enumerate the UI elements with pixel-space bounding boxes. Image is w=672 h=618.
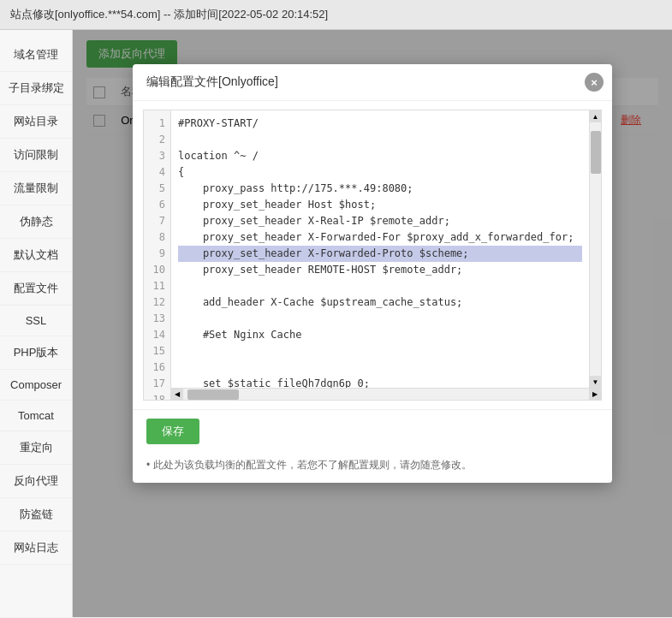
save-button[interactable]: 保存	[146, 419, 199, 444]
code-line	[178, 311, 582, 327]
title-bar: 站点修改[onlyoffice.***54.com] -- 添加时间[2022-…	[0, 0, 672, 30]
sidebar-item-10[interactable]: Composer	[0, 370, 72, 401]
code-line: {	[178, 164, 582, 181]
scroll-left-arrow[interactable]: ◀	[171, 389, 183, 401]
sidebar-item-2[interactable]: 网站目录	[0, 105, 72, 139]
hscroll-thumb[interactable]	[187, 389, 239, 400]
code-line: #PROXY-START/	[178, 116, 582, 132]
code-outer: #PROXY-START/ location ^~ /{ proxy_pass …	[171, 110, 601, 400]
code-line: set $static_fileQh7dgn6p 0;	[178, 376, 582, 388]
sidebar: 域名管理子目录绑定网站目录访问限制流量限制伪静态默认文档配置文件SSLPHP版本…	[0, 30, 73, 617]
modal-note: 此处为该负载均衡的配置文件，若您不了解配置规则，请勿随意修改。	[133, 451, 612, 483]
scroll-track	[590, 122, 601, 376]
sidebar-item-13[interactable]: 反向代理	[0, 465, 72, 498]
edit-config-modal: 编辑配置文件[Onlyoffice] × 1234567891011121314…	[133, 64, 612, 483]
code-line: proxy_set_header Host $host;	[178, 197, 582, 213]
line-number: 3	[144, 148, 170, 164]
line-number: 4	[144, 164, 170, 181]
sidebar-item-3[interactable]: 访问限制	[0, 139, 72, 172]
code-line	[178, 278, 582, 294]
modal-title: 编辑配置文件[Onlyoffice]	[146, 74, 278, 88]
sidebar-item-12[interactable]: 重定向	[0, 431, 72, 465]
main-content: 添加反向代理 名称 代理目录 目标url 缓存 状态 操作 Onlyoffice…	[73, 30, 672, 617]
sidebar-item-5[interactable]: 伪静态	[0, 205, 72, 239]
code-line: add_header X-Cache $upstream_cache_statu…	[178, 294, 582, 311]
code-line: proxy_set_header X-Forwarded-For $proxy_…	[178, 229, 582, 246]
line-number: 8	[144, 229, 170, 246]
main-layout: 域名管理子目录绑定网站目录访问限制流量限制伪静态默认文档配置文件SSLPHP版本…	[0, 30, 672, 617]
line-number: 15	[144, 343, 170, 360]
modal-overlay: 编辑配置文件[Onlyoffice] × 1234567891011121314…	[73, 30, 672, 617]
line-number: 6	[144, 197, 170, 213]
hscroll-track	[183, 389, 589, 400]
code-line: #Set Nginx Cache	[178, 327, 582, 343]
sidebar-item-11[interactable]: Tomcat	[0, 401, 72, 431]
line-number: 17	[144, 376, 170, 392]
code-line: proxy_set_header X-Forwarded-Proto $sche…	[178, 246, 582, 262]
line-number: 10	[144, 262, 170, 278]
line-number: 2	[144, 132, 170, 148]
sidebar-item-15[interactable]: 网站日志	[0, 532, 72, 565]
code-line	[178, 360, 582, 376]
sidebar-item-0[interactable]: 域名管理	[0, 39, 72, 72]
code-line: location ^~ /	[178, 148, 582, 164]
line-number: 11	[144, 278, 170, 294]
code-inner: #PROXY-START/ location ^~ /{ proxy_pass …	[171, 110, 601, 388]
line-number: 12	[144, 294, 170, 311]
modal-close-button[interactable]: ×	[585, 73, 604, 92]
scroll-down-arrow[interactable]: ▼	[590, 376, 601, 388]
code-line	[178, 132, 582, 148]
code-line: proxy_pass http://175.***.49:8080;	[178, 181, 582, 197]
line-number: 18	[144, 392, 170, 400]
scroll-right-arrow[interactable]: ▶	[589, 389, 601, 401]
vertical-scrollbar[interactable]: ▲ ▼	[589, 110, 601, 388]
scroll-up-arrow[interactable]: ▲	[590, 110, 601, 122]
line-number: 7	[144, 213, 170, 229]
modal-header: 编辑配置文件[Onlyoffice]	[133, 64, 612, 101]
sidebar-item-1[interactable]: 子目录绑定	[0, 72, 72, 105]
code-editor: 1234567891011121314151617181920 #PROXY-S…	[143, 110, 602, 401]
line-number: 9	[144, 246, 170, 262]
sidebar-item-8[interactable]: SSL	[0, 306, 72, 336]
code-line: proxy_set_header REMOTE-HOST $remote_add…	[178, 262, 582, 278]
sidebar-item-6[interactable]: 默认文档	[0, 239, 72, 272]
line-numbers: 1234567891011121314151617181920	[144, 110, 171, 400]
line-number: 1	[144, 116, 170, 132]
code-line	[178, 343, 582, 360]
code-line: proxy_set_header X-Real-IP $remote_addr;	[178, 213, 582, 229]
sidebar-item-14[interactable]: 防盗链	[0, 498, 72, 532]
line-number: 13	[144, 311, 170, 327]
sidebar-item-7[interactable]: 配置文件	[0, 272, 72, 306]
horizontal-scrollbar[interactable]: ◀ ▶	[171, 388, 601, 400]
sidebar-item-4[interactable]: 流量限制	[0, 172, 72, 205]
line-number: 16	[144, 360, 170, 376]
modal-footer: 保存	[133, 409, 612, 451]
scroll-thumb[interactable]	[591, 131, 601, 174]
sidebar-item-9[interactable]: PHP版本	[0, 336, 72, 370]
line-number: 14	[144, 327, 170, 343]
line-number: 5	[144, 181, 170, 197]
code-content[interactable]: #PROXY-START/ location ^~ /{ proxy_pass …	[171, 110, 589, 388]
title-text: 站点修改[onlyoffice.***54.com] -- 添加时间[2022-…	[10, 7, 328, 22]
